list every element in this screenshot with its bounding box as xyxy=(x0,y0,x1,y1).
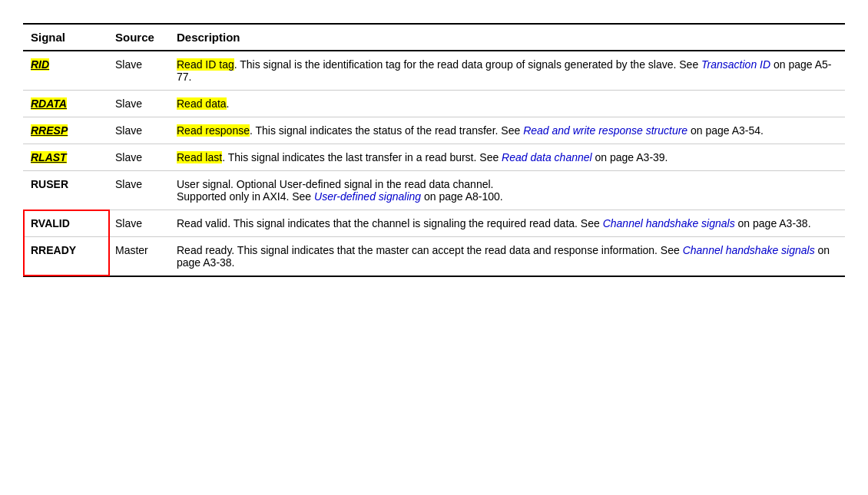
table-row: RDATASlaveRead data. xyxy=(23,91,845,117)
header-description: Description xyxy=(169,24,845,51)
header-source: Source xyxy=(108,24,169,51)
source-cell: Slave xyxy=(108,171,169,210)
signal-name: RVALID xyxy=(31,217,70,229)
signal-cell: RREADY xyxy=(23,237,108,277)
signal-name: RID xyxy=(31,58,49,71)
description-cell: User signal. Optional User-defined signa… xyxy=(169,171,845,210)
data-table: Signal Source Description RIDSlaveRead I… xyxy=(23,23,845,277)
source-cell: Slave xyxy=(108,144,169,171)
source-cell: Slave xyxy=(108,210,169,237)
table-row-highlighted: RVALIDSlaveRead valid. This signal indic… xyxy=(23,210,845,237)
signal-name: RUSER xyxy=(31,178,68,190)
signal-cell: RDATA xyxy=(23,91,108,117)
table-row: RIDSlaveRead ID tag. This signal is the … xyxy=(23,51,845,91)
table-row-highlighted: RREADYMasterRead ready. This signal indi… xyxy=(23,237,845,277)
signal-cell: RUSER xyxy=(23,171,108,210)
signal-cell: RID xyxy=(23,51,108,91)
signal-name: RREADY xyxy=(31,244,76,256)
signal-cell: RRESP xyxy=(23,117,108,144)
description-cell: Read ID tag. This signal is the identifi… xyxy=(169,51,845,91)
description-cell: Read last. This signal indicates the las… xyxy=(169,144,845,171)
signal-name: RDATA xyxy=(31,97,67,110)
table-header-row: Signal Source Description xyxy=(23,24,845,51)
description-cell: Read valid. This signal indicates that t… xyxy=(169,210,845,237)
description-cell: Read data. xyxy=(169,91,845,117)
source-cell: Slave xyxy=(108,117,169,144)
description-cell: Read response. This signal indicates the… xyxy=(169,117,845,144)
signal-cell: RLAST xyxy=(23,144,108,171)
signal-cell: RVALID xyxy=(23,210,108,237)
source-cell: Master xyxy=(108,237,169,277)
table-row: RRESPSlaveRead response. This signal ind… xyxy=(23,117,845,144)
header-signal: Signal xyxy=(23,24,108,51)
table-row: RUSERSlaveUser signal. Optional User-def… xyxy=(23,171,845,210)
signal-name: RRESP xyxy=(31,124,68,137)
source-cell: Slave xyxy=(108,91,169,117)
signal-name: RLAST xyxy=(31,151,67,163)
source-cell: Slave xyxy=(108,51,169,91)
description-cell: Read ready. This signal indicates that t… xyxy=(169,237,845,277)
table-row: RLASTSlaveRead last. This signal indicat… xyxy=(23,144,845,171)
